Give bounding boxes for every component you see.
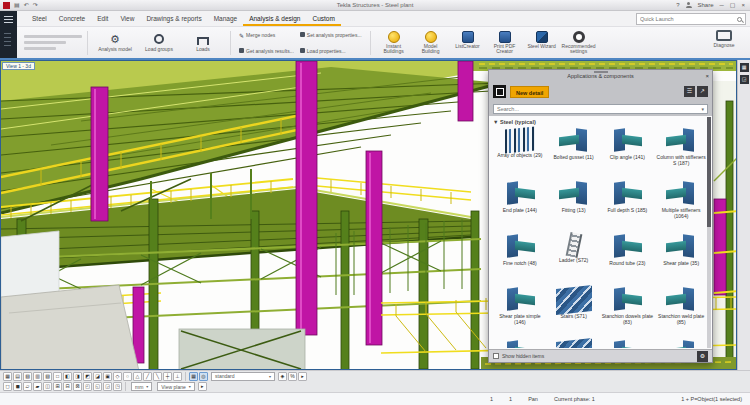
snap-toggle-icon[interactable]: ◳ (113, 382, 122, 391)
get-analysis-results-button[interactable]: Get analysis results... (239, 48, 294, 54)
tab-analysis-design[interactable]: Analysis & design (243, 12, 306, 26)
help-icon[interactable]: ? (676, 0, 679, 11)
snap-toggle-icon[interactable]: ◈ (278, 372, 287, 381)
extension-button[interactable]: Instant Buildings (379, 31, 409, 55)
extension-button[interactable]: Model Building (416, 31, 446, 55)
component-item[interactable]: Stairs (S71) (547, 285, 601, 337)
load-properties-button[interactable]: Load properties... (300, 48, 362, 54)
new-detail-button[interactable]: New detail (510, 86, 549, 98)
panel-header[interactable]: Applications & components × (489, 70, 712, 82)
view-title[interactable]: View 1 - 3d (2, 62, 35, 70)
work-plane-dropdown[interactable]: View plane ▾ (157, 382, 194, 391)
snap-toggle-icon[interactable]: ⊠ (73, 382, 82, 391)
component-item[interactable]: Stanchion dowels plate (83) (601, 285, 655, 337)
extension-button[interactable]: Recommended settings (564, 31, 594, 55)
snap-toggle-icon[interactable]: ▣ (103, 372, 112, 381)
snap-toggle-icon[interactable]: ▨ (43, 372, 52, 381)
set-analysis-properties-button[interactable]: Set analysis properties... (300, 32, 362, 38)
drag-handle[interactable] (594, 71, 608, 73)
component-search-input[interactable] (493, 104, 708, 114)
tab-drawings-reports[interactable]: Drawings & reports (140, 12, 207, 26)
component-item[interactable]: Fine notch (48) (493, 232, 547, 284)
loads-button[interactable]: Loads (181, 33, 225, 53)
analysis-model-button[interactable]: ⚙ Analysis model (93, 33, 137, 53)
list-view-icon[interactable]: ☰ (684, 86, 695, 97)
chevron-down-icon[interactable]: ▾ (701, 106, 704, 112)
component-item[interactable]: Clip angle (141) (601, 126, 655, 178)
component-item[interactable]: Round tube (23) (601, 232, 655, 284)
component-item[interactable] (601, 338, 655, 348)
snap-toggle-icon[interactable]: ╱ (143, 372, 152, 381)
file-menu-button[interactable] (0, 11, 17, 58)
component-item[interactable]: Shear plate simple (146) (493, 285, 547, 337)
share-button[interactable]: Share (698, 0, 714, 11)
user-icon[interactable] (686, 2, 692, 8)
tab-edit[interactable]: Edit (91, 12, 114, 26)
diagnose-button[interactable]: Diagnose (706, 30, 742, 49)
snap-toggle-icon[interactable]: ◧ (63, 372, 72, 381)
panel-scrollbar[interactable] (707, 117, 711, 348)
snap-toggle-icon[interactable]: ◨ (73, 372, 82, 381)
merge-nodes-button[interactable]: ✎ Merge nodes (239, 32, 294, 39)
extension-button[interactable]: Steel Wizard (527, 31, 557, 50)
component-item[interactable]: Array of objects (29) (493, 126, 547, 178)
clipboard-group[interactable] (24, 35, 82, 50)
close-button[interactable]: × (741, 0, 745, 11)
selection-filter-dropdown[interactable]: standard ▾ (211, 372, 275, 381)
close-icon[interactable]: × (705, 70, 709, 82)
snap-toggle-icon[interactable]: ⊥ (173, 372, 182, 381)
component-item[interactable]: Column with stiffeners S (187) (654, 126, 708, 178)
load-groups-button[interactable]: Load groups (137, 33, 181, 53)
quick-launch-search[interactable] (636, 13, 746, 25)
tab-view[interactable]: View (114, 12, 140, 26)
snap-toggle-icon[interactable]: ▦ (189, 372, 198, 381)
component-item[interactable]: Bolted gusset (11) (547, 126, 601, 178)
snap-toggle-icon[interactable]: ◻ (3, 382, 12, 391)
extension-button[interactable]: Print PDF Creator (490, 31, 520, 55)
extension-button[interactable]: ListCreator (453, 31, 483, 50)
snap-toggle-icon[interactable]: ▱ (23, 382, 32, 391)
snap-toggle-icon[interactable]: ▥ (33, 372, 42, 381)
unit-dropdown[interactable]: mm ▾ (131, 382, 152, 391)
component-item[interactable]: Shear plate (35) (654, 232, 708, 284)
snap-toggle-icon[interactable]: ▰ (33, 382, 42, 391)
tab-custom[interactable]: Custom (306, 12, 340, 26)
component-item[interactable] (654, 338, 708, 348)
pointer-pane-icon[interactable]: ◲ (740, 75, 749, 84)
tab-manage[interactable]: Manage (208, 12, 244, 26)
snap-toggle-icon[interactable]: ▸ (198, 382, 207, 391)
snap-toggle-icon[interactable]: ▤ (13, 372, 22, 381)
quick-launch-input[interactable] (640, 16, 737, 22)
snap-toggle-icon[interactable]: ⊟ (63, 382, 72, 391)
minimize-button[interactable]: ─ (720, 0, 724, 11)
snap-toggle-icon[interactable]: ┼ (163, 372, 172, 381)
tab-concrete[interactable]: Concrete (53, 12, 91, 26)
snap-toggle-icon[interactable]: ▦ (3, 372, 12, 381)
component-item[interactable]: Ladder (S72) (547, 232, 601, 284)
snap-toggle-icon[interactable]: ◰ (83, 382, 92, 391)
snap-toggle-icon[interactable]: △ (133, 372, 142, 381)
component-item[interactable]: End plate (144) (493, 179, 547, 231)
snap-toggle-icon[interactable]: ◩ (83, 372, 92, 381)
component-item[interactable]: Fitting (13) (547, 179, 601, 231)
snap-toggle-icon[interactable]: % (288, 372, 297, 381)
snap-toggle-icon[interactable]: ◫ (43, 382, 52, 391)
component-item[interactable]: Stanchion weld plate (85) (654, 285, 708, 337)
detach-icon[interactable]: ↗ (697, 86, 708, 97)
component-item[interactable]: Multiple stiffeners (1064) (654, 179, 708, 231)
snap-toggle-icon[interactable]: ○ (123, 372, 132, 381)
snap-toggle-icon[interactable]: □ (53, 372, 62, 381)
component-item[interactable] (547, 338, 601, 348)
category-header[interactable]: ▼ Steel (typical) (493, 119, 708, 125)
snap-toggle-icon[interactable]: ◱ (93, 382, 102, 391)
snap-toggle-icon[interactable]: ▧ (23, 372, 32, 381)
snap-toggle-icon[interactable]: ◪ (93, 372, 102, 381)
component-item[interactable]: Full depth S (185) (601, 179, 655, 231)
snap-toggle-icon[interactable]: ◇ (113, 372, 122, 381)
gear-icon[interactable]: ⚙ (697, 351, 708, 362)
component-catalog-icon[interactable] (493, 85, 506, 98)
component-item[interactable] (493, 338, 547, 348)
snap-toggle-icon[interactable]: ⊞ (53, 382, 62, 391)
snap-toggle-icon[interactable]: ◎ (199, 372, 208, 381)
snap-toggle-icon[interactable]: ▸ (298, 372, 307, 381)
